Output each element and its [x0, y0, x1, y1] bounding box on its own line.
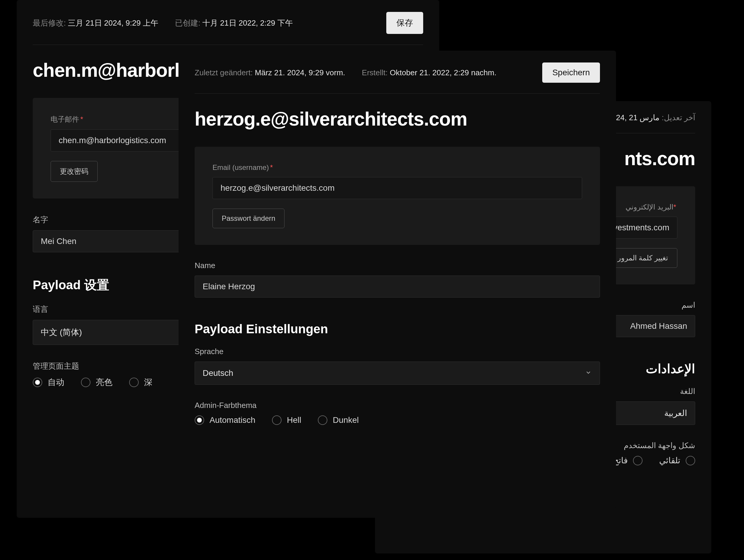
last-modified-value: 三月 21日 2024, 9:29 上午 [68, 18, 158, 27]
theme-radio-light[interactable]: 亮色 [81, 377, 112, 388]
change-password-button[interactable]: تغيير كلمة المرور [608, 248, 677, 268]
theme-radio-dark[interactable]: 深 [129, 377, 152, 388]
radio-icon [33, 378, 42, 387]
name-field-block: Name [195, 261, 600, 307]
radio-icon [195, 415, 204, 425]
radio-icon [272, 415, 282, 425]
created-value: 十月 21日 2022, 2:29 下午 [202, 18, 293, 27]
radio-icon [318, 415, 327, 425]
meta-group: آخر تعديل: مارس 21 ,2024, [605, 113, 695, 122]
last-modified-label: Zuletzt geändert: [195, 68, 255, 77]
last-modified: Zuletzt geändert: März 21. 2024, 9:29 vo… [195, 68, 345, 77]
email-label: Email (username)* [213, 163, 582, 172]
radio-label: Automatisch [210, 415, 255, 425]
last-modified-label: 最后修改: [33, 18, 68, 27]
theme-radio-auto[interactable]: 自动 [33, 377, 64, 388]
created: 已创建: 十月 21日 2022, 2:29 下午 [175, 18, 293, 28]
meta-group: Zuletzt geändert: März 21. 2024, 9:29 vo… [195, 68, 496, 77]
name-label: Name [195, 261, 600, 270]
last-modified-label: آخر تعديل: [660, 113, 695, 122]
panel-header: Zuletzt geändert: März 21. 2024, 9:29 vo… [195, 63, 600, 94]
created: Erstellt: Oktober 21. 2022, 2:29 nachm. [362, 68, 496, 77]
required-marker: * [80, 115, 83, 123]
meta-group: 最后修改: 三月 21日 2024, 9:29 上午 已创建: 十月 21日 2… [33, 18, 293, 28]
email-field[interactable] [213, 177, 582, 199]
required-marker: * [270, 163, 272, 172]
radio-label: تلقائي [659, 455, 680, 465]
panel-header: 最后修改: 三月 21日 2024, 9:29 上午 已创建: 十月 21日 2… [33, 12, 423, 45]
last-modified: آخر تعديل: مارس 21 ,2024, [605, 113, 695, 122]
change-password-button[interactable]: Passwort ändern [213, 209, 285, 228]
name-field[interactable] [195, 275, 600, 298]
language-label: Sprache [195, 347, 600, 356]
radio-icon [633, 456, 642, 465]
language-select[interactable]: Deutsch [195, 362, 600, 385]
theme-radio-auto[interactable]: تلقائي [659, 455, 695, 465]
radio-icon [81, 378, 90, 387]
radio-icon [686, 456, 695, 465]
settings-panel-de: Zuletzt geändert: März 21. 2024, 9:29 vo… [179, 50, 616, 509]
theme-radio-light[interactable]: Hell [272, 415, 301, 425]
radio-label: Dunkel [333, 415, 359, 425]
theme-radio-group: Automatisch Hell Dunkel [195, 415, 600, 425]
save-button[interactable]: 保存 [386, 12, 423, 34]
created-value: Oktober 21. 2022, 2:29 nachm. [390, 68, 496, 77]
radio-label: Hell [287, 415, 301, 425]
theme-label: Admin-Farbthema [195, 401, 600, 410]
theme-radio-dark[interactable]: Dunkel [318, 415, 359, 425]
radio-label: 自动 [48, 377, 64, 388]
settings-title: Payload Einstellungen [195, 322, 600, 336]
radio-label: 深 [144, 377, 152, 388]
radio-icon [129, 378, 139, 387]
change-password-button[interactable]: 更改密码 [50, 161, 98, 182]
required-marker: * [673, 203, 676, 211]
theme-radio-auto[interactable]: Automatisch [195, 415, 255, 425]
save-button[interactable]: Speichern [542, 63, 600, 83]
last-modified: 最后修改: 三月 21日 2024, 9:29 上午 [33, 18, 158, 28]
created-label: Erstellt: [362, 68, 390, 77]
radio-label: 亮色 [96, 377, 112, 388]
theme-radio-light[interactable]: فاتح [613, 455, 642, 465]
page-title: herzog.e@silverarchitects.com [195, 108, 600, 130]
language-select-wrap: Deutsch [195, 362, 600, 385]
last-modified-value: März 21. 2024, 9:29 vorm. [255, 68, 345, 77]
created-label: 已创建: [175, 18, 202, 27]
credentials-card: Email (username)* Passwort ändern [195, 147, 600, 245]
